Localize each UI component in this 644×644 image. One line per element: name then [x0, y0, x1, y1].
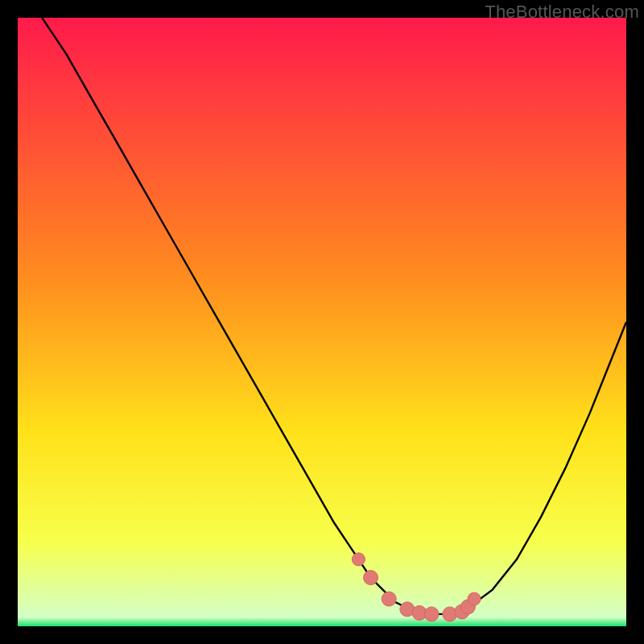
bottleneck-chart — [18, 18, 626, 626]
optimal-marker — [364, 571, 378, 585]
chart-frame — [18, 18, 626, 626]
optimal-marker — [382, 592, 396, 606]
optimal-marker — [352, 553, 365, 566]
gradient-background — [18, 18, 626, 626]
optimal-marker — [424, 607, 439, 621]
optimal-marker — [468, 592, 481, 605]
